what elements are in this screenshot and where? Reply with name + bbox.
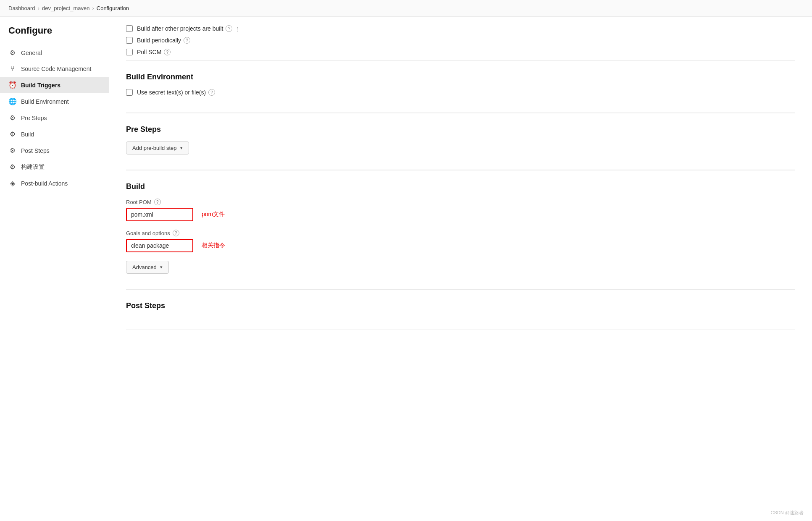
checkbox-build-after-other: Build after other projects are built ? ⋮ xyxy=(126,25,795,32)
root-pom-field-row: pom文件 xyxy=(126,208,795,221)
breadcrumb-dashboard[interactable]: Dashboard xyxy=(8,5,35,11)
post-steps-title: Post Steps xyxy=(126,301,795,310)
goals-options-help-icon[interactable]: ? xyxy=(173,230,179,236)
sidebar-item-label: Source Code Management xyxy=(21,65,91,72)
add-pre-build-step-label: Add pre-build step xyxy=(132,145,177,151)
checkbox-use-secret: Use secret text(s) or file(s) ? xyxy=(126,89,795,96)
gear-icon: ⚙ xyxy=(8,49,17,57)
gear-icon-3: ⚙ xyxy=(8,130,17,138)
sidebar-item-build-triggers[interactable]: ⏰ Build Triggers xyxy=(0,77,109,93)
goals-options-input[interactable] xyxy=(126,239,193,252)
use-secret-help-icon[interactable]: ? xyxy=(208,89,215,96)
sidebar-item-build-settings[interactable]: ⚙ 构建设置 xyxy=(0,159,109,175)
root-pom-label: Root POM ? xyxy=(126,199,795,205)
goals-options-label: Goals and options ? xyxy=(126,230,795,236)
sidebar-item-label: Pre Steps xyxy=(21,115,47,121)
gear-icon-2: ⚙ xyxy=(8,114,17,122)
main-content: Build after other projects are built ? ⋮… xyxy=(109,17,812,520)
use-secret-checkbox[interactable] xyxy=(126,89,133,96)
advanced-chevron-icon: ▾ xyxy=(160,264,163,270)
build-environment-section: Build Environment Use secret text(s) or … xyxy=(126,61,795,113)
build-periodically-checkbox[interactable] xyxy=(126,37,133,44)
breadcrumb-current: Configuration xyxy=(97,5,129,11)
build-section: Build Root POM ? pom文件 Goals and options… xyxy=(126,170,795,289)
build-environment-title: Build Environment xyxy=(126,73,795,81)
sidebar-item-label: Build Environment xyxy=(21,98,69,105)
sidebar-item-label: Build Triggers xyxy=(21,82,60,89)
root-pom-hint: pom文件 xyxy=(202,211,225,218)
build-periodically-help-icon[interactable]: ? xyxy=(184,37,190,44)
build-after-other-label: Build after other projects are built xyxy=(137,25,223,32)
sidebar-item-post-steps[interactable]: ⚙ Post Steps xyxy=(0,142,109,159)
checkbox-poll-scm: Poll SCM ? xyxy=(126,49,795,55)
build-after-other-checkbox[interactable] xyxy=(126,25,133,32)
gear-icon-5: ⚙ xyxy=(8,163,17,171)
root-pom-help-icon[interactable]: ? xyxy=(154,199,161,205)
post-steps-section: Post Steps xyxy=(126,290,795,330)
pre-steps-title: Pre Steps xyxy=(126,125,795,134)
sidebar: Configure ⚙ General ⑂ Source Code Manage… xyxy=(0,17,109,520)
watermark: CSDN @迷路者 xyxy=(771,510,804,516)
sidebar-item-label: Post-build Actions xyxy=(21,180,68,187)
poll-scm-checkbox[interactable] xyxy=(126,49,133,55)
build-periodically-label: Build periodically xyxy=(137,37,181,44)
sidebar-item-pre-steps[interactable]: ⚙ Pre Steps xyxy=(0,110,109,126)
sidebar-item-label: General xyxy=(21,50,42,56)
branch-icon: ⑂ xyxy=(8,65,17,73)
goals-options-hint: 相关指令 xyxy=(202,242,225,249)
build-triggers-section: Build after other projects are built ? ⋮… xyxy=(126,17,795,55)
diamond-icon: ◈ xyxy=(8,179,17,187)
sidebar-item-label: Post Steps xyxy=(21,147,50,154)
clock-icon: ⏰ xyxy=(8,81,17,89)
build-section-title: Build xyxy=(126,182,795,191)
build-after-other-help-icon[interactable]: ? xyxy=(226,25,232,32)
sidebar-item-build[interactable]: ⚙ Build xyxy=(0,126,109,142)
use-secret-label: Use secret text(s) or file(s) xyxy=(137,89,206,96)
poll-scm-label: Poll SCM xyxy=(137,49,161,55)
advanced-btn[interactable]: Advanced ▾ xyxy=(126,261,169,274)
advanced-btn-label: Advanced xyxy=(132,264,157,270)
poll-scm-help-icon[interactable]: ? xyxy=(164,49,171,55)
root-pom-group: Root POM ? pom文件 xyxy=(126,199,795,221)
sidebar-item-build-environment[interactable]: 🌐 Build Environment xyxy=(0,93,109,110)
sidebar-item-label: 构建设置 xyxy=(21,163,45,171)
sidebar-item-source-code-management[interactable]: ⑂ Source Code Management xyxy=(0,61,109,77)
breadcrumb: Dashboard › dev_project_maven › Configur… xyxy=(0,0,812,17)
goals-options-field-row: 相关指令 xyxy=(126,239,795,252)
sidebar-item-label: Build xyxy=(21,131,34,138)
root-pom-input[interactable] xyxy=(126,208,193,221)
gear-icon-4: ⚙ xyxy=(8,147,17,154)
add-pre-build-step-btn[interactable]: Add pre-build step ▾ xyxy=(126,141,189,154)
sidebar-title: Configure xyxy=(0,25,109,45)
goals-options-group: Goals and options ? 相关指令 xyxy=(126,230,795,252)
build-after-other-more-icon: ⋮ xyxy=(235,26,240,32)
sidebar-item-post-build-actions[interactable]: ◈ Post-build Actions xyxy=(0,175,109,191)
globe-icon: 🌐 xyxy=(8,97,17,105)
breadcrumb-project[interactable]: dev_project_maven xyxy=(42,5,89,11)
pre-steps-section: Pre Steps Add pre-build step ▾ xyxy=(126,113,795,170)
chevron-down-icon: ▾ xyxy=(180,145,183,151)
sidebar-item-general[interactable]: ⚙ General xyxy=(0,45,109,61)
checkbox-build-periodically: Build periodically ? xyxy=(126,37,795,44)
